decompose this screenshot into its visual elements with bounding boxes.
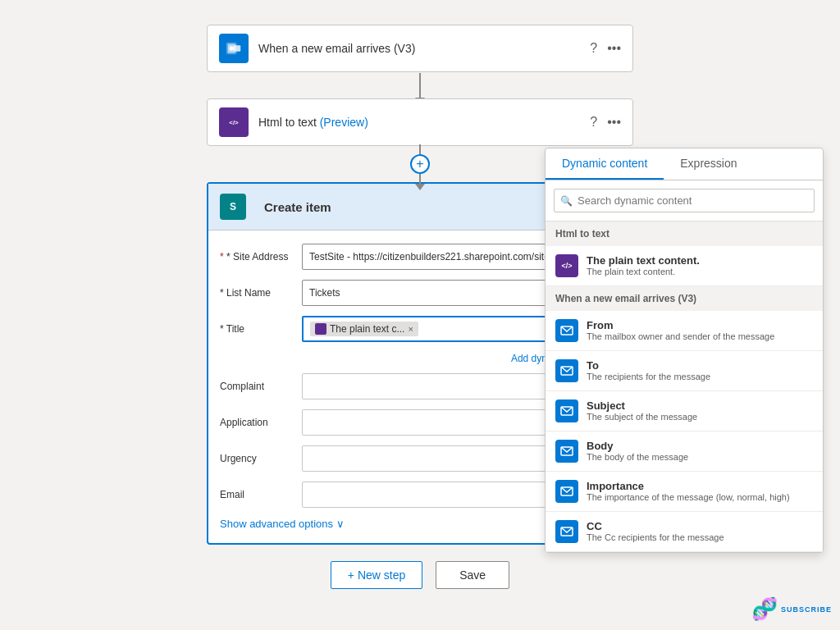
svg-point-2: [230, 46, 235, 51]
tab-dynamic-content[interactable]: Dynamic content: [546, 148, 664, 180]
importance-desc: The importance of the message (low, norm…: [587, 492, 790, 502]
connector-1: [25, 72, 815, 98]
step-email-title: When a new email arrives (V3): [258, 42, 590, 55]
importance-title: Importance: [587, 480, 790, 492]
help-icon-html[interactable]: ?: [590, 115, 597, 130]
html-to-text-section: Html to text: [546, 221, 823, 246]
to-title: To: [587, 359, 710, 372]
complaint-label: Complaint: [220, 381, 302, 392]
dynamic-item-to[interactable]: To The recipients for the message: [546, 351, 823, 391]
dynamic-item-importance[interactable]: Importance The importance of the message…: [546, 472, 823, 512]
outlook-icon: [219, 34, 249, 63]
tag-icon: [315, 323, 326, 335]
add-step-button[interactable]: +: [410, 154, 430, 174]
step-html-actions: ? •••: [590, 115, 621, 130]
step-email-actions: ? •••: [590, 41, 621, 56]
chevron-down-icon: ∨: [336, 518, 345, 530]
search-input[interactable]: [554, 189, 815, 212]
panel-content: Html to text </> The plain text content.…: [546, 221, 823, 552]
dynamic-item-plaintext[interactable]: </> The plain text content. The plain te…: [546, 246, 823, 286]
dynamic-panel: Dynamic content Expression Html to text …: [545, 148, 824, 553]
subject-desc: The subject of the message: [587, 412, 697, 422]
to-desc: The recipients for the message: [587, 372, 710, 381]
main-canvas: When a new email arrives (V3) ? ••• </> …: [0, 0, 840, 630]
from-icon: [555, 319, 578, 342]
sharepoint-icon: S: [220, 194, 246, 220]
more-icon-html[interactable]: •••: [607, 115, 621, 130]
email-label: Email: [220, 489, 302, 500]
new-step-button[interactable]: + New step: [331, 561, 422, 589]
site-address-label: * Site Address: [220, 251, 302, 262]
html-icon: </>: [219, 107, 249, 137]
dynamic-item-cc[interactable]: CC The Cc recipients for the message: [546, 512, 823, 552]
tab-expression[interactable]: Expression: [664, 148, 753, 180]
body-desc: The body of the message: [587, 452, 688, 462]
application-label: Application: [220, 417, 302, 428]
panel-tabs: Dynamic content Expression: [546, 148, 823, 180]
title-tag: The plain text c... ×: [310, 322, 418, 336]
subject-icon: [555, 399, 578, 422]
cc-title: CC: [587, 520, 724, 532]
from-title: From: [587, 319, 774, 331]
email-section: When a new email arrives (V3): [546, 286, 823, 311]
from-desc: The mailbox owner and sender of the mess…: [587, 331, 774, 341]
panel-search: [546, 180, 823, 221]
dynamic-item-from[interactable]: From The mailbox owner and sender of the…: [546, 311, 823, 351]
importance-icon: [555, 480, 578, 503]
body-icon: [555, 440, 578, 463]
more-icon[interactable]: •••: [607, 41, 621, 56]
search-wrap: [554, 189, 815, 212]
svg-rect-3: [234, 45, 240, 51]
list-name-label: * List Name: [220, 287, 302, 299]
plaintext-title: The plain text content.: [587, 254, 700, 267]
step-html-title: Html to text (Preview): [258, 116, 590, 129]
html-to-text-icon: </>: [555, 254, 578, 277]
create-item-title: Create item: [264, 200, 589, 214]
dynamic-item-body[interactable]: Body The body of the message: [546, 431, 823, 472]
title-label: * Title: [220, 323, 302, 335]
dynamic-item-subject[interactable]: Subject The subject of the message: [546, 391, 823, 431]
save-button[interactable]: Save: [436, 561, 509, 589]
urgency-label: Urgency: [220, 453, 302, 464]
bottom-actions: + New step Save: [25, 561, 815, 589]
body-title: Body: [587, 440, 688, 452]
help-icon[interactable]: ?: [590, 41, 597, 56]
cc-desc: The Cc recipients for the message: [587, 532, 724, 542]
to-icon: [555, 359, 578, 382]
cc-icon: [555, 520, 578, 543]
plaintext-desc: The plain text content.: [587, 267, 700, 276]
tag-close-button[interactable]: ×: [408, 324, 413, 334]
subscribe-text: SUBSCRIBE: [781, 605, 832, 614]
subject-title: Subject: [587, 399, 697, 412]
subscribe-badge: 🧬 SUBSCRIBE: [751, 596, 832, 622]
step-html[interactable]: </> Html to text (Preview) ? •••: [207, 98, 633, 146]
dna-icon: 🧬: [751, 596, 778, 622]
step-email[interactable]: When a new email arrives (V3) ? •••: [207, 25, 633, 72]
